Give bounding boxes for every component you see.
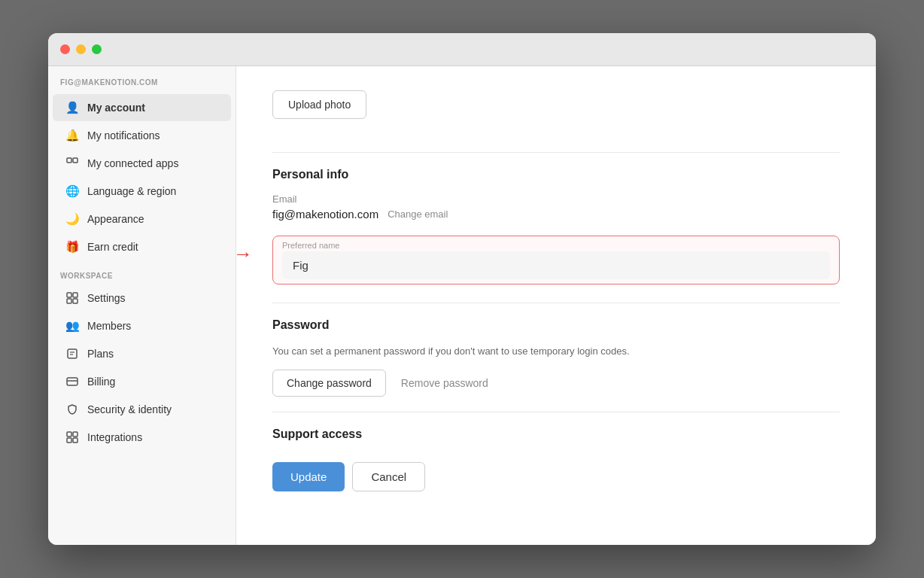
titlebar [48, 33, 876, 66]
account-icon: 👤 [65, 100, 80, 115]
preferred-name-row: → Preferred name [272, 224, 840, 284]
password-section: Password You can set a permanent passwor… [272, 318, 840, 397]
svg-rect-14 [73, 438, 78, 443]
settings-icon [65, 291, 80, 306]
sidebar-item-earn-credit[interactable]: 🎁 Earn credit [53, 233, 231, 260]
sidebar-item-label: Language & region [87, 185, 176, 197]
sidebar-item-label: My account [87, 102, 145, 114]
members-icon: 👥 [65, 318, 80, 333]
svg-rect-5 [73, 299, 78, 303]
sidebar-item-appearance[interactable]: 🌙 Appearance [53, 205, 231, 233]
integrations-icon [65, 430, 80, 445]
cancel-button[interactable]: Cancel [352, 462, 425, 491]
sidebar-item-label: Earn credit [87, 241, 138, 253]
close-button[interactable] [60, 44, 70, 54]
minimize-button[interactable] [76, 44, 86, 54]
change-password-button[interactable]: Change password [272, 370, 386, 397]
svg-rect-0 [67, 158, 71, 163]
personal-info-title: Personal info [272, 168, 840, 181]
app-window: FIG@MAKENOTION.COM 👤 My account 🔔 My not… [48, 33, 876, 545]
personal-info-section: Personal info Email fig@makenotion.com C… [272, 168, 840, 284]
email-value-row: fig@makenotion.com Change email [272, 208, 840, 221]
arrow-indicator: → [236, 242, 253, 266]
email-label: Email [272, 193, 840, 205]
svg-rect-3 [73, 293, 78, 297]
sidebar-item-plans[interactable]: Plans [53, 340, 231, 367]
divider-3 [272, 412, 840, 412]
sidebar: FIG@MAKENOTION.COM 👤 My account 🔔 My not… [48, 66, 236, 545]
svg-rect-6 [68, 349, 77, 358]
svg-rect-13 [67, 438, 71, 443]
sidebar-item-label: Members [87, 320, 131, 332]
window-content: FIG@MAKENOTION.COM 👤 My account 🔔 My not… [48, 66, 876, 545]
password-buttons: Change password Remove password [272, 370, 840, 397]
sidebar-item-security-identity[interactable]: Security & identity [53, 396, 231, 423]
language-icon: 🌐 [65, 184, 80, 199]
sidebar-item-integrations[interactable]: Integrations [53, 424, 231, 451]
password-title: Password [272, 318, 840, 332]
sidebar-user-email: FIG@MAKENOTION.COM [48, 78, 236, 94]
sidebar-item-label: Security & identity [87, 403, 172, 415]
support-access-title: Support access [272, 427, 840, 441]
maximize-button[interactable] [92, 44, 102, 54]
update-button[interactable]: Update [272, 462, 345, 491]
sidebar-item-label: Appearance [87, 213, 144, 225]
sidebar-item-label: Integrations [87, 431, 142, 443]
svg-rect-2 [67, 293, 71, 297]
workspace-section-label: WORKSPACE [48, 261, 236, 284]
change-email-link[interactable]: Change email [388, 208, 448, 220]
upload-photo-button[interactable]: Upload photo [272, 90, 366, 119]
svg-rect-1 [73, 158, 78, 163]
billing-icon [65, 374, 80, 389]
support-access-section: Support access [272, 427, 840, 441]
sidebar-item-label: My notifications [87, 129, 160, 141]
sidebar-item-members[interactable]: 👥 Members [53, 312, 231, 339]
remove-password-button[interactable]: Remove password [394, 370, 496, 396]
sidebar-item-label: Plans [87, 348, 114, 360]
preferred-name-input[interactable] [282, 251, 830, 279]
security-icon [65, 402, 80, 417]
earn-credit-icon: 🎁 [65, 239, 80, 254]
svg-rect-9 [67, 378, 78, 385]
sidebar-item-label: Billing [87, 376, 115, 388]
svg-rect-12 [73, 432, 78, 437]
appearance-icon: 🌙 [65, 211, 80, 227]
sidebar-item-billing[interactable]: Billing [53, 368, 231, 395]
preferred-name-wrapper: Preferred name [272, 236, 840, 284]
divider-2 [272, 303, 840, 303]
sidebar-item-label: Settings [87, 292, 126, 304]
plans-icon [65, 346, 80, 361]
sidebar-item-my-notifications[interactable]: 🔔 My notifications [53, 122, 231, 149]
bottom-actions: Update Cancel [272, 462, 840, 491]
email-value: fig@makenotion.com [272, 208, 378, 221]
divider-1 [272, 152, 840, 153]
sidebar-item-language-region[interactable]: 🌐 Language & region [53, 178, 231, 205]
sidebar-item-settings[interactable]: Settings [53, 284, 231, 312]
svg-rect-4 [67, 299, 71, 303]
password-desc: You can set a permanent password if you … [272, 344, 840, 359]
preferred-name-label: Preferred name [282, 241, 830, 250]
connected-apps-icon [65, 156, 80, 171]
svg-rect-11 [67, 432, 71, 437]
notifications-icon: 🔔 [65, 128, 80, 143]
traffic-lights [60, 44, 102, 54]
sidebar-item-my-account[interactable]: 👤 My account [53, 94, 231, 121]
sidebar-item-label: My connected apps [87, 157, 178, 169]
sidebar-item-my-connected-apps[interactable]: My connected apps [53, 150, 231, 177]
main-content: Upload photo Personal info Email fig@mak… [236, 66, 876, 545]
